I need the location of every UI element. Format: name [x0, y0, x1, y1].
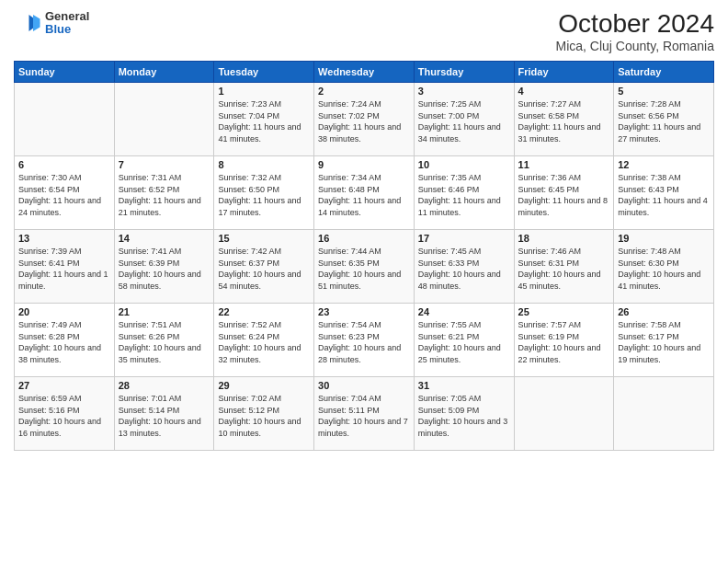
day-info: Sunrise: 7:31 AM Sunset: 6:52 PM Dayligh… [119, 172, 210, 218]
weekday-header-saturday: Saturday [614, 62, 714, 83]
day-number: 9 [318, 159, 410, 170]
day-info: Sunrise: 7:34 AM Sunset: 6:48 PM Dayligh… [318, 172, 410, 218]
weekday-header-thursday: Thursday [414, 62, 514, 83]
day-info: Sunrise: 7:35 AM Sunset: 6:46 PM Dayligh… [418, 172, 510, 218]
page-container: General Blue October 2024 Mica, Cluj Cou… [0, 0, 728, 460]
day-number: 2 [318, 86, 410, 97]
day-number: 18 [518, 233, 610, 244]
day-number: 22 [218, 306, 310, 317]
week-row-3: 20Sunrise: 7:49 AM Sunset: 6:28 PM Dayli… [15, 304, 714, 377]
calendar-cell: 10Sunrise: 7:35 AM Sunset: 6:46 PM Dayli… [414, 156, 514, 230]
day-number: 7 [119, 159, 210, 170]
day-number: 6 [18, 159, 110, 170]
weekday-header-tuesday: Tuesday [214, 62, 314, 83]
day-info: Sunrise: 7:49 AM Sunset: 6:28 PM Dayligh… [18, 319, 110, 365]
day-number: 25 [518, 306, 610, 317]
day-info: Sunrise: 7:51 AM Sunset: 6:26 PM Dayligh… [119, 319, 210, 365]
calendar-cell: 18Sunrise: 7:46 AM Sunset: 6:31 PM Dayli… [514, 230, 614, 304]
calendar-cell: 20Sunrise: 7:49 AM Sunset: 6:28 PM Dayli… [15, 304, 115, 377]
header: General Blue October 2024 Mica, Cluj Cou… [14, 9, 714, 53]
day-number: 31 [418, 380, 510, 391]
calendar-cell: 8Sunrise: 7:32 AM Sunset: 6:50 PM Daylig… [214, 156, 314, 230]
day-info: Sunrise: 7:42 AM Sunset: 6:37 PM Dayligh… [218, 246, 310, 292]
calendar-cell: 11Sunrise: 7:36 AM Sunset: 6:45 PM Dayli… [514, 156, 614, 230]
day-info: Sunrise: 7:55 AM Sunset: 6:21 PM Dayligh… [418, 319, 510, 365]
week-row-1: 6Sunrise: 7:30 AM Sunset: 6:54 PM Daylig… [15, 156, 714, 230]
calendar-cell: 23Sunrise: 7:54 AM Sunset: 6:23 PM Dayli… [314, 304, 415, 377]
calendar-cell: 27Sunrise: 6:59 AM Sunset: 5:16 PM Dayli… [15, 377, 115, 451]
day-info: Sunrise: 7:57 AM Sunset: 6:19 PM Dayligh… [518, 319, 610, 365]
day-number: 12 [618, 159, 710, 170]
calendar-cell: 29Sunrise: 7:02 AM Sunset: 5:12 PM Dayli… [214, 377, 314, 451]
calendar-cell: 24Sunrise: 7:55 AM Sunset: 6:21 PM Dayli… [414, 304, 514, 377]
week-row-0: 1Sunrise: 7:23 AM Sunset: 7:04 PM Daylig… [15, 83, 714, 156]
weekday-header-wednesday: Wednesday [314, 62, 415, 83]
calendar-cell: 22Sunrise: 7:52 AM Sunset: 6:24 PM Dayli… [214, 304, 314, 377]
weekday-header-sunday: Sunday [15, 62, 115, 83]
day-info: Sunrise: 7:23 AM Sunset: 7:04 PM Dayligh… [218, 98, 310, 144]
day-number: 15 [218, 233, 310, 244]
day-info: Sunrise: 7:44 AM Sunset: 6:35 PM Dayligh… [318, 246, 410, 292]
logo: General Blue [14, 9, 89, 37]
calendar-cell: 26Sunrise: 7:58 AM Sunset: 6:17 PM Dayli… [614, 304, 714, 377]
week-row-4: 27Sunrise: 6:59 AM Sunset: 5:16 PM Dayli… [15, 377, 714, 451]
calendar-cell: 12Sunrise: 7:38 AM Sunset: 6:43 PM Dayli… [614, 156, 714, 230]
calendar-cell [114, 83, 214, 156]
day-info: Sunrise: 7:24 AM Sunset: 7:02 PM Dayligh… [318, 98, 410, 144]
calendar-cell: 14Sunrise: 7:41 AM Sunset: 6:39 PM Dayli… [114, 230, 214, 304]
calendar-cell: 1Sunrise: 7:23 AM Sunset: 7:04 PM Daylig… [214, 83, 314, 156]
calendar-cell: 25Sunrise: 7:57 AM Sunset: 6:19 PM Dayli… [514, 304, 614, 377]
logo-text: General Blue [45, 10, 89, 37]
day-number: 16 [318, 233, 410, 244]
day-number: 29 [218, 380, 310, 391]
day-info: Sunrise: 7:02 AM Sunset: 5:12 PM Dayligh… [218, 393, 310, 439]
weekday-header-friday: Friday [514, 62, 614, 83]
day-number: 23 [318, 306, 410, 317]
calendar-cell [514, 377, 614, 451]
day-number: 3 [418, 86, 510, 97]
day-number: 11 [518, 159, 610, 170]
day-number: 24 [418, 306, 510, 317]
day-info: Sunrise: 7:32 AM Sunset: 6:50 PM Dayligh… [218, 172, 310, 218]
day-info: Sunrise: 7:05 AM Sunset: 5:09 PM Dayligh… [418, 393, 510, 439]
week-row-2: 13Sunrise: 7:39 AM Sunset: 6:41 PM Dayli… [15, 230, 714, 304]
calendar-cell: 7Sunrise: 7:31 AM Sunset: 6:52 PM Daylig… [114, 156, 214, 230]
calendar-cell: 21Sunrise: 7:51 AM Sunset: 6:26 PM Dayli… [114, 304, 214, 377]
title-area: October 2024 Mica, Cluj County, Romania [556, 9, 714, 53]
day-number: 13 [18, 233, 110, 244]
day-info: Sunrise: 7:04 AM Sunset: 5:11 PM Dayligh… [318, 393, 410, 439]
day-info: Sunrise: 7:30 AM Sunset: 6:54 PM Dayligh… [18, 172, 110, 218]
day-info: Sunrise: 7:28 AM Sunset: 6:56 PM Dayligh… [618, 98, 710, 144]
day-info: Sunrise: 7:39 AM Sunset: 6:41 PM Dayligh… [18, 246, 110, 292]
day-number: 21 [119, 306, 210, 317]
calendar-cell: 19Sunrise: 7:48 AM Sunset: 6:30 PM Dayli… [614, 230, 714, 304]
day-info: Sunrise: 7:52 AM Sunset: 6:24 PM Dayligh… [218, 319, 310, 365]
day-info: Sunrise: 7:38 AM Sunset: 6:43 PM Dayligh… [618, 172, 710, 218]
weekday-header-row: SundayMondayTuesdayWednesdayThursdayFrid… [15, 62, 714, 83]
calendar-table: SundayMondayTuesdayWednesdayThursdayFrid… [14, 61, 714, 451]
calendar-cell: 3Sunrise: 7:25 AM Sunset: 7:00 PM Daylig… [414, 83, 514, 156]
day-info: Sunrise: 7:25 AM Sunset: 7:00 PM Dayligh… [418, 98, 510, 144]
calendar-cell: 4Sunrise: 7:27 AM Sunset: 6:58 PM Daylig… [514, 83, 614, 156]
day-number: 30 [318, 380, 410, 391]
day-number: 14 [119, 233, 210, 244]
day-info: Sunrise: 7:54 AM Sunset: 6:23 PM Dayligh… [318, 319, 410, 365]
day-number: 10 [418, 159, 510, 170]
calendar-cell [614, 377, 714, 451]
day-info: Sunrise: 7:01 AM Sunset: 5:14 PM Dayligh… [119, 393, 210, 439]
calendar-cell: 9Sunrise: 7:34 AM Sunset: 6:48 PM Daylig… [314, 156, 415, 230]
day-info: Sunrise: 7:36 AM Sunset: 6:45 PM Dayligh… [518, 172, 610, 218]
calendar-cell [15, 83, 115, 156]
calendar-cell: 17Sunrise: 7:45 AM Sunset: 6:33 PM Dayli… [414, 230, 514, 304]
day-number: 17 [418, 233, 510, 244]
calendar-cell: 28Sunrise: 7:01 AM Sunset: 5:14 PM Dayli… [114, 377, 214, 451]
calendar-cell: 30Sunrise: 7:04 AM Sunset: 5:11 PM Dayli… [314, 377, 415, 451]
day-number: 28 [119, 380, 210, 391]
day-info: Sunrise: 7:41 AM Sunset: 6:39 PM Dayligh… [119, 246, 210, 292]
day-number: 20 [18, 306, 110, 317]
day-number: 26 [618, 306, 710, 317]
day-info: Sunrise: 7:27 AM Sunset: 6:58 PM Dayligh… [518, 98, 610, 144]
day-number: 5 [618, 86, 710, 97]
day-number: 27 [18, 380, 110, 391]
calendar-cell: 15Sunrise: 7:42 AM Sunset: 6:37 PM Dayli… [214, 230, 314, 304]
